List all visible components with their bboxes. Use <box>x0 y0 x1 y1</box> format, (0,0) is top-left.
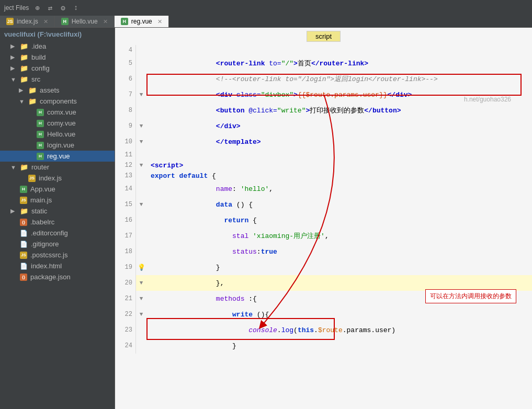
code-line-23: 23 console.log(this.$route.params.user) <box>115 322 532 338</box>
sidebar-item-static[interactable]: ▶ 📁 static <box>0 206 115 217</box>
code-line-19: 19 💡 } <box>115 259 532 275</box>
line-number-16: 16 <box>115 212 136 228</box>
fold-icon-7[interactable]: ▼ <box>140 92 143 98</box>
code-line-10: 10 ▼ </template> <box>115 134 532 150</box>
sync-icon[interactable]: ⇄ <box>46 3 54 14</box>
sidebar-item-hello-vue[interactable]: H Hello.vue <box>0 129 115 140</box>
tab-reg-vue[interactable]: H reg.vue ✕ <box>115 16 169 27</box>
colon2 <box>248 232 253 240</box>
line-number-12: 12 <box>115 160 136 171</box>
tab-badge-vue1: H <box>61 18 69 25</box>
gutter-5 <box>136 55 146 71</box>
str-xiaoming: 'xiaoming-用户注册' <box>253 231 325 241</box>
tab-close-reg-vue[interactable]: ✕ <box>157 18 162 25</box>
sidebar-item-babelrc[interactable]: {} .babelrc <box>0 217 115 228</box>
code-line-17: 17 stal 'xiaoming-用户注册', <box>115 228 532 244</box>
tab-close-index-js[interactable]: ✕ <box>43 18 48 25</box>
prop-methods: methods <box>216 295 245 303</box>
code-line-18: 18 status:true <box>115 244 532 259</box>
line-number-24: 24 <box>115 338 136 354</box>
line-content-6: <!--<router-link to="/login">返回login</ro… <box>146 71 532 87</box>
code-area: 4 5 <router-link to="/">首页</router-link>… <box>115 45 532 354</box>
comma2: , <box>325 232 329 240</box>
fold-icon-22[interactable]: ▼ <box>140 311 143 317</box>
sidebar-item-main-js[interactable]: JS main.js <box>0 195 115 206</box>
sidebar-item-postcssrc[interactable]: JS .postcssrc.js <box>0 249 115 260</box>
line-number-18: 18 <box>115 244 136 259</box>
code-editor[interactable]: script h.net/guohao326 4 5 <router-li <box>115 28 532 354</box>
line-number-15: 15 <box>115 197 136 212</box>
line-content-22: write (){ <box>146 306 532 322</box>
chevron-right-icon: ▶ <box>10 208 17 214</box>
template-expr: {{$route.params.user}} <box>298 91 388 99</box>
sidebar-item-build[interactable]: ▶ 📁 build <box>0 52 115 63</box>
tab-hello-vue[interactable]: H Hello.vue ✕ <box>55 16 115 27</box>
fold-icon-20[interactable]: ▼ <box>140 280 143 286</box>
brace-open2: { <box>253 217 257 224</box>
code-line-20: 20 ▼ }, <box>115 275 532 291</box>
sidebar-item-router-index-js[interactable]: JS index.js <box>0 173 115 184</box>
line-number-9: 9 <box>115 118 136 134</box>
kw-true: true <box>261 248 277 256</box>
kw-console: console <box>248 326 277 334</box>
line-number-6: 6 <box>115 71 136 87</box>
code-line-8: 8 <button @click="write">打印接收到的参数</butto… <box>115 103 532 118</box>
project-root[interactable]: vueclifuxi (F:\vueclifuxi) <box>0 28 115 41</box>
sidebar: vueclifuxi (F:\vueclifuxi) ▶ 📁 .idea ▶ 📁… <box>0 28 115 409</box>
sidebar-item-login-vue[interactable]: H login.vue <box>0 140 115 151</box>
sidebar-label-hello-vue: Hello.vue <box>47 130 75 138</box>
gutter-12: ▼ <box>136 160 146 171</box>
sidebar-item-gitignore[interactable]: 📄 .gitignore <box>0 238 115 249</box>
gutter-16 <box>136 212 146 228</box>
sidebar-item-assets[interactable]: ▶ 📁 assets <box>0 85 115 96</box>
line-number-23: 23 <box>115 322 136 338</box>
add-icon[interactable]: ⊕ <box>33 3 41 14</box>
colon4: :{ <box>244 295 256 303</box>
line-content-20: }, <box>146 275 532 291</box>
tab-close-hello-vue[interactable]: ✕ <box>103 18 108 25</box>
sidebar-item-editorconfig[interactable]: 📄 .editorconfig <box>0 228 115 238</box>
fold-icon-15[interactable]: ▼ <box>140 201 143 208</box>
sidebar-label-router-index-js: index.js <box>39 174 62 182</box>
editor-wrapper: script h.net/guohao326 4 5 <router-li <box>115 28 532 409</box>
sidebar-item-package-json[interactable]: {} package.json <box>0 271 115 282</box>
gear-icon[interactable]: ⚙ <box>59 3 67 14</box>
fold-icon-12[interactable]: ▼ <box>140 162 143 168</box>
line-number-19: 19 <box>115 259 136 275</box>
line-number-22: 22 <box>115 306 136 322</box>
lightbulb-icon[interactable]: 💡 <box>138 264 145 271</box>
tag-button-open: <button <box>216 107 248 115</box>
tag-script-open: <script> <box>151 162 183 169</box>
sidebar-item-comy-vue[interactable]: H comy.vue <box>0 118 115 129</box>
sidebar-item-components[interactable]: ▼ 📁 components <box>0 96 115 107</box>
code-line-11: 11 <box>115 150 532 160</box>
gutter-24 <box>136 338 146 354</box>
folder-icon: 📁 <box>20 163 28 171</box>
main-area: vueclifuxi (F:\vueclifuxi) ▶ 📁 .idea ▶ 📁… <box>0 28 532 409</box>
code-line-14: 14 name: 'hello', <box>115 181 532 197</box>
code-line-12: 12 ▼ <script> <box>115 160 532 171</box>
chevron-right-icon: ▶ <box>10 43 17 50</box>
line-content-18: status:true <box>146 244 532 259</box>
line-number-11: 11 <box>115 150 136 160</box>
prop-name: name <box>216 185 232 193</box>
sidebar-item-src[interactable]: ▼ 📁 src <box>0 74 115 85</box>
fold-icon-9[interactable]: ▼ <box>140 123 143 129</box>
sidebar-item-app-vue[interactable]: H App.vue <box>0 184 115 195</box>
sidebar-item-idea[interactable]: ▶ 📁 .idea <box>0 41 115 52</box>
sidebar-item-reg-vue[interactable]: H reg.vue <box>0 151 115 162</box>
sidebar-item-router[interactable]: ▼ 📁 router <box>0 162 115 173</box>
fold-icon-21[interactable]: ▼ <box>140 296 143 302</box>
fold-icon-10[interactable]: ▼ <box>140 139 143 145</box>
sidebar-item-config[interactable]: ▶ 📁 config <box>0 63 115 74</box>
kw-export: export default <box>151 172 212 180</box>
sidebar-item-index-html[interactable]: 📄 index.html <box>0 260 115 271</box>
params-user: params.user) <box>347 326 396 334</box>
tag-close: > <box>293 91 298 99</box>
sort-icon[interactable]: ↕ <box>72 3 80 13</box>
sidebar-item-comx-vue[interactable]: H comx.vue <box>0 107 115 118</box>
tab-index-js[interactable]: JS index.js ✕ <box>0 16 55 27</box>
file-badge-vue: H <box>37 120 44 127</box>
line-content-11 <box>146 150 532 160</box>
toolbar-title: ject Files <box>4 4 29 12</box>
